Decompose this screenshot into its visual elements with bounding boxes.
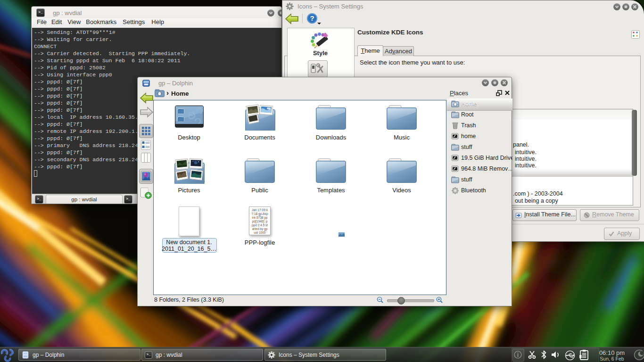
svg-text:i: i xyxy=(517,352,519,358)
svg-text:?: ? xyxy=(310,14,314,22)
